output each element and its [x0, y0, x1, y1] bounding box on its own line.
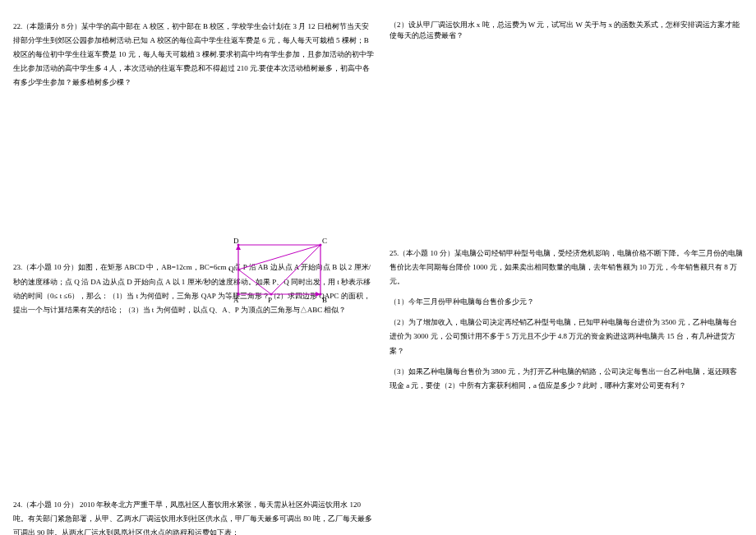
figure-label-c: C — [322, 237, 327, 245]
figure-label-p: P — [268, 296, 272, 304]
q25-part1: （1）今年三月份甲种电脑每台售价多少元？ — [390, 295, 743, 309]
question-24-intro: 24.（本小题 10 分） 2010 年秋冬北方严重干旱，凤凰社区人畜饮用水紧张… — [13, 498, 375, 535]
q25-part3: （3）如果乙种电脑每台售价为 3800 元，为打开乙种电脑的销路，公司决定每售出… — [390, 365, 743, 393]
q25-intro: 25.（本小题 10 分）某电脑公司经销甲种型号电脑，受经济危机影响，电脑价格不… — [390, 247, 743, 288]
figure-label-a: A — [233, 296, 239, 304]
question-22: 22.（本题满分 8 分）某中学的高中部在 A 校区，初中部在 B 校区，学校学… — [13, 20, 375, 90]
q25-part2: （2）为了增加收入，电脑公司决定再经销乙种型号电脑，已知甲种电脑每台进价为 35… — [390, 316, 743, 357]
svg-line-4 — [238, 270, 271, 294]
figure-label-q: Q — [228, 265, 234, 273]
q23-figure: A B C D P Q — [222, 237, 337, 311]
figure-label-b: B — [322, 296, 327, 304]
question-25: 25.（本小题 10 分）某电脑公司经销甲种型号电脑，受经济危机影响，电脑价格不… — [390, 247, 743, 393]
figure-label-d: D — [233, 237, 239, 245]
question-24-sub2: （2）设从甲厂调运饮用水 x 吨，总运费为 W 元，试写出 W 关于与 x 的函… — [390, 20, 743, 41]
svg-point-14 — [237, 269, 240, 271]
